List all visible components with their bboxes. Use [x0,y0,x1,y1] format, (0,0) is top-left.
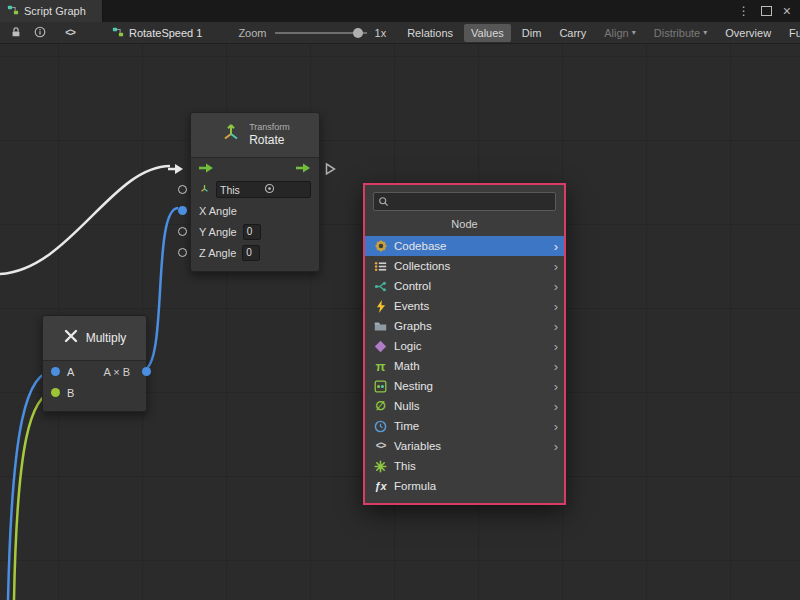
lock-icon [10,24,22,42]
kebab-menu-icon[interactable]: ⋮ [738,5,750,17]
chevron-right-icon: › [554,260,558,273]
flow-input-arrow[interactable] [168,163,184,174]
dropdown-arrow-icon: ▾ [703,28,707,37]
zoom-slider[interactable] [275,32,367,34]
chevron-right-icon: › [554,420,558,433]
object-picker-icon[interactable] [264,183,308,196]
info-icon [34,24,46,42]
toolbar-button-label: Distribute [654,27,700,39]
nesting-icon [373,379,388,394]
unity-script-graph-window: Script Graph ⋮ × <> RotateSpeed 1 Zoom 1… [0,0,800,600]
window-controls: ⋮ × [738,0,800,22]
chevron-right-icon: › [554,280,558,293]
menu-item-label: Logic [394,340,422,352]
chevron-right-icon: › [554,320,558,333]
rotate-node-title: Rotate [249,133,284,148]
menu-item-label: Time [394,420,419,432]
menu-item-codebase[interactable]: Codebase› [365,236,564,256]
menu-item-math[interactable]: πMath› [365,356,564,376]
transform-icon [220,122,242,148]
zoom-slider-knob[interactable] [353,28,363,38]
tab-label: Script Graph [24,5,86,17]
multiply-output-port[interactable] [142,367,151,376]
toolbar-button-overview[interactable]: Overview [718,24,778,42]
nulls-icon: ∅ [373,399,388,414]
toolbar-button-label: Carry [559,27,586,39]
rotate-xangle-row: X Angle [191,200,319,221]
flow-out-port-icon[interactable] [296,163,311,175]
menu-item-label: Codebase [394,240,446,252]
menu-item-nulls[interactable]: ∅Nulls› [365,396,564,416]
input-b-port[interactable] [51,388,60,397]
y-angle-value-field[interactable]: 0 [243,224,261,240]
events-icon [373,299,388,314]
y-angle-port[interactable] [178,227,187,236]
output-label: A × B [103,366,130,378]
this-icon [373,459,388,474]
input-a-label: A [67,366,74,378]
this-port[interactable] [178,185,187,194]
info-button[interactable] [28,24,52,42]
menu-item-nesting[interactable]: Nesting› [365,376,564,396]
menu-item-label: Events [394,300,429,312]
toolbar-button-label: Values [471,27,504,39]
menu-item-this[interactable]: This [365,456,564,476]
rotate-node-header[interactable]: Transform Rotate [191,113,319,158]
time-icon [373,419,388,434]
menu-item-label: Math [394,360,420,372]
rotate-node-body: This X Angle Y Angle 0 Z Angle 0 [191,158,319,271]
rotate-flow-row [191,158,319,179]
menu-item-label: Graphs [394,320,432,332]
toolbar-button-values[interactable]: Values [464,24,511,42]
variables-icon: <> [373,439,388,454]
node-transform-rotate[interactable]: Transform Rotate This [190,112,320,272]
this-object-field[interactable]: This [216,181,311,198]
menu-item-formula[interactable]: ƒxFormula [365,476,564,496]
flow-in-port-icon[interactable] [199,163,214,175]
menu-item-label: Nulls [394,400,420,412]
menu-item-time[interactable]: Time› [365,416,564,436]
search-box[interactable] [373,192,556,211]
search-input[interactable] [393,195,551,209]
edit-code-button[interactable]: <> [52,24,88,42]
z-angle-label: Z Angle [199,247,236,259]
formula-icon: ƒx [373,479,388,494]
x-angle-port[interactable] [178,206,187,215]
lock-button[interactable] [4,24,28,42]
toolbar-button-carry[interactable]: Carry [552,24,593,42]
menu-item-variables[interactable]: <>Variables› [365,436,564,456]
toolbar-button-relations[interactable]: Relations [400,24,460,42]
zoom-label: Zoom [238,27,266,39]
toolbar-buttons: RelationsValuesDimCarryAlign▾Distribute▾… [400,24,800,42]
multiply-node-header[interactable]: Multiply [43,316,146,361]
menu-item-logic[interactable]: Logic› [365,336,564,356]
chevron-right-icon: › [554,400,558,413]
toolbar-button-distribute: Distribute▾ [647,24,714,42]
menu-item-control[interactable]: Control› [365,276,564,296]
dropdown-arrow-icon: ▾ [632,28,636,37]
control-icon [373,279,388,294]
breadcrumb[interactable]: RotateSpeed 1 [112,26,202,40]
graphs-icon [373,319,388,334]
rotate-zangle-row: Z Angle 0 [191,242,319,263]
breadcrumb-label: RotateSpeed 1 [129,27,202,39]
menu-item-collections[interactable]: Collections› [365,256,564,276]
y-angle-label: Y Angle [199,226,237,238]
menu-item-list: Codebase›Collections›Control›Events›Grap… [365,236,564,496]
menu-item-events[interactable]: Events› [365,296,564,316]
flow-output-ghost-triangle[interactable] [325,162,336,175]
toolbar-button-full-screen[interactable]: Full Screen [782,24,800,42]
graph-toolbar: <> RotateSpeed 1 Zoom 1x RelationsValues… [0,22,800,44]
z-angle-port[interactable] [178,248,187,257]
chevron-right-icon: › [554,360,558,373]
toolbar-button-dim[interactable]: Dim [515,24,549,42]
math-icon: π [373,359,388,374]
codebase-icon [373,239,388,254]
maximize-icon[interactable] [761,6,772,16]
menu-item-graphs[interactable]: Graphs› [365,316,564,336]
z-angle-value-field[interactable]: 0 [242,245,260,261]
tab-script-graph[interactable]: Script Graph [0,0,103,22]
input-a-port[interactable] [51,367,60,376]
node-multiply[interactable]: Multiply A A × B B [42,315,147,412]
close-icon[interactable]: × [783,4,791,18]
